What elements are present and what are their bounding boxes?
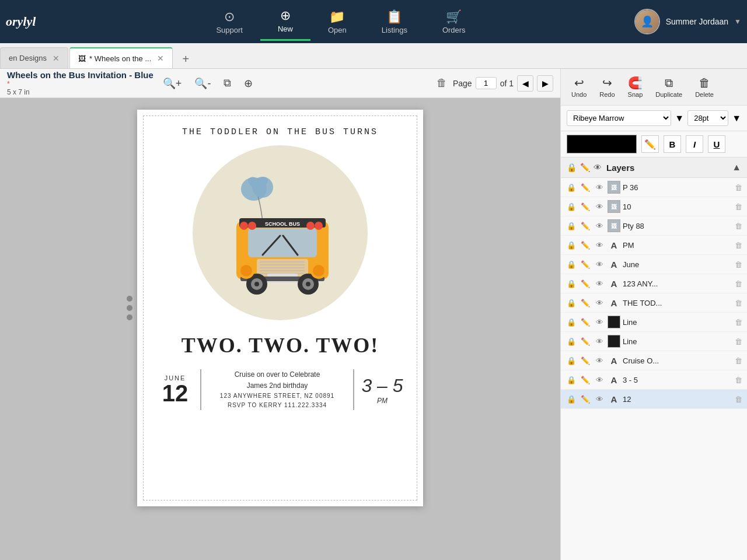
layers-collapse-button[interactable]: ▲ <box>732 162 741 173</box>
font-size-select[interactable]: 28pt <box>687 110 728 126</box>
layer-row-12[interactable]: 🔒 ✏️ 👁 A 12 🗑 <box>561 390 747 409</box>
layer-lock-icon[interactable]: 🔒 <box>566 279 577 288</box>
layer-delete-icon[interactable]: 🗑 <box>735 395 742 404</box>
layer-edit-icon[interactable]: ✏️ <box>580 183 591 192</box>
layer-delete-icon[interactable]: 🗑 <box>735 183 742 192</box>
layer-row-3-5[interactable]: 🔒 ✏️ 👁 A 3 - 5 🗑 <box>561 370 747 390</box>
layer-edit-icon[interactable]: ✏️ <box>580 299 591 307</box>
color-swatch[interactable] <box>567 135 637 153</box>
layer-eye-icon[interactable]: 👁 <box>594 376 605 384</box>
layer-lock-icon[interactable]: 🔒 <box>566 241 577 250</box>
layer-lock-icon[interactable]: 🔒 <box>566 395 577 404</box>
copy-page-button[interactable]: ⧉ <box>220 75 235 92</box>
layer-delete-icon[interactable]: 🗑 <box>735 222 742 230</box>
design-canvas[interactable]: THE TODDLER ON THE BUS TURNS <box>137 110 423 506</box>
layer-lock-icon[interactable]: 🔒 <box>566 202 577 211</box>
canvas-scroll[interactable]: THE TODDLER ON THE BUS TURNS <box>0 98 560 560</box>
tab-wheels[interactable]: 🖼 * Wheels on the ... ✕ <box>69 47 173 68</box>
layer-edit-icon[interactable]: ✏️ <box>580 356 591 365</box>
underline-button[interactable]: U <box>708 135 725 153</box>
layer-edit-icon[interactable]: ✏️ <box>580 241 591 250</box>
tab-open-designs[interactable]: en Designs ✕ <box>0 47 68 68</box>
layer-edit-icon[interactable]: ✏️ <box>580 376 591 384</box>
layer-edit-icon[interactable]: ✏️ <box>580 395 591 404</box>
tab-close-wheels[interactable]: ✕ <box>157 54 164 63</box>
layer-eye-icon[interactable]: 👁 <box>594 299 605 307</box>
layers-lock-icon[interactable]: 🔒 <box>567 163 577 172</box>
layer-delete-icon[interactable]: 🗑 <box>735 241 742 250</box>
zoom-out-button[interactable]: 🔍- <box>191 75 214 92</box>
snap-button[interactable]: 🧲 Snap <box>626 75 645 99</box>
layer-eye-icon[interactable]: 👁 <box>594 356 605 365</box>
layer-lock-icon[interactable]: 🔒 <box>566 318 577 327</box>
italic-button[interactable]: I <box>686 135 703 153</box>
layer-row-pty88[interactable]: 🔒 ✏️ 👁 🖼 Pty 88 🗑 <box>561 216 747 236</box>
layer-row-june[interactable]: 🔒 ✏️ 👁 A June 🗑 <box>561 255 747 274</box>
layer-eye-icon[interactable]: 👁 <box>594 395 605 404</box>
layer-eye-icon[interactable]: 👁 <box>594 183 605 192</box>
layer-delete-icon[interactable]: 🗑 <box>735 376 742 384</box>
layer-eye-icon[interactable]: 👁 <box>594 260 605 269</box>
user-menu[interactable]: 👤 Summer Jordaan ▼ <box>634 9 741 34</box>
layer-row-10[interactable]: 🔒 ✏️ 👁 🖼 10 🗑 <box>561 197 747 216</box>
layer-edit-icon[interactable]: ✏️ <box>580 202 591 211</box>
layers-eye-icon[interactable]: 👁 <box>594 163 602 172</box>
redo-button[interactable]: ↪ Redo <box>597 75 617 99</box>
layer-edit-icon[interactable]: ✏️ <box>580 222 591 230</box>
layer-edit-icon[interactable]: ✏️ <box>580 337 591 346</box>
font-family-select[interactable]: Ribeye Marrow <box>567 110 671 126</box>
layer-delete-icon[interactable]: 🗑 <box>735 202 742 211</box>
layer-row-123any[interactable]: 🔒 ✏️ 👁 A 123 ANY... 🗑 <box>561 274 747 293</box>
layer-delete-icon[interactable]: 🗑 <box>735 318 742 327</box>
layer-edit-icon[interactable]: ✏️ <box>580 260 591 269</box>
layer-lock-icon[interactable]: 🔒 <box>566 260 577 269</box>
card-bottom: JUNE 12 Cruise on over to Celebrate Jame… <box>155 369 406 410</box>
layer-delete-icon[interactable]: 🗑 <box>735 299 742 307</box>
page-number-input[interactable] <box>476 77 497 89</box>
add-page-button[interactable]: ⊕ <box>240 75 256 92</box>
layer-delete-icon[interactable]: 🗑 <box>735 260 742 269</box>
layer-lock-icon[interactable]: 🔒 <box>566 299 577 307</box>
layer-delete-icon[interactable]: 🗑 <box>735 356 742 365</box>
layer-edit-icon[interactable]: ✏️ <box>580 279 591 288</box>
layer-edit-icon[interactable]: ✏️ <box>580 318 591 327</box>
layer-eye-icon[interactable]: 👁 <box>594 241 605 250</box>
nav-orders[interactable]: 🛒 Orders <box>425 4 483 40</box>
layer-row-p36[interactable]: 🔒 ✏️ 👁 🖼 P 36 🗑 <box>561 178 747 197</box>
layers-list: 🔒 ✏️ 👁 🖼 P 36 🗑 🔒 ✏️ 👁 🖼 10 🗑 🔒 ✏️ <box>561 178 747 560</box>
layer-lock-icon[interactable]: 🔒 <box>566 183 577 192</box>
next-page-button[interactable]: ▶ <box>537 75 553 92</box>
nav-support[interactable]: ⊙ Support <box>198 4 260 40</box>
delete-button[interactable]: 🗑 Delete <box>693 75 716 99</box>
layer-row-thetod[interactable]: 🔒 ✏️ 👁 A THE TOD... 🗑 <box>561 293 747 313</box>
color-picker-button[interactable]: ✏️ <box>641 135 659 153</box>
layer-row-pm[interactable]: 🔒 ✏️ 👁 A PM 🗑 <box>561 236 747 255</box>
layer-lock-icon[interactable]: 🔒 <box>566 222 577 230</box>
layer-eye-icon[interactable]: 👁 <box>594 318 605 327</box>
layer-lock-icon[interactable]: 🔒 <box>566 376 577 384</box>
bold-button[interactable]: B <box>664 135 681 153</box>
delete-page-button[interactable]: 🗑 <box>437 77 447 89</box>
tab-close-open-designs[interactable]: ✕ <box>53 54 60 63</box>
layer-lock-icon[interactable]: 🔒 <box>566 337 577 346</box>
layer-eye-icon[interactable]: 👁 <box>594 202 605 211</box>
layer-row-line2[interactable]: 🔒 ✏️ 👁 Line 🗑 <box>561 332 747 351</box>
layer-name-line1: Line <box>623 318 732 327</box>
tab-add-button[interactable]: + <box>176 50 195 68</box>
layer-row-cruiseo[interactable]: 🔒 ✏️ 👁 A Cruise O... 🗑 <box>561 351 747 370</box>
nav-new[interactable]: ⊕ New <box>260 2 310 41</box>
duplicate-button[interactable]: ⧉ Duplicate <box>653 75 685 99</box>
layer-eye-icon[interactable]: 👁 <box>594 279 605 288</box>
nav-listings[interactable]: 📋 Listings <box>364 4 425 40</box>
zoom-in-button[interactable]: 🔍+ <box>159 75 186 92</box>
undo-button[interactable]: ↩ Undo <box>569 75 589 99</box>
layer-lock-icon[interactable]: 🔒 <box>566 356 577 365</box>
layer-eye-icon[interactable]: 👁 <box>594 337 605 346</box>
layer-eye-icon[interactable]: 👁 <box>594 222 605 230</box>
nav-open[interactable]: 📁 Open <box>310 4 364 40</box>
layer-delete-icon[interactable]: 🗑 <box>735 337 742 346</box>
layer-delete-icon[interactable]: 🗑 <box>735 279 742 288</box>
layer-row-line1[interactable]: 🔒 ✏️ 👁 Line 🗑 <box>561 313 747 332</box>
layers-edit-icon[interactable]: ✏️ <box>580 163 590 172</box>
prev-page-button[interactable]: ◀ <box>517 75 533 92</box>
